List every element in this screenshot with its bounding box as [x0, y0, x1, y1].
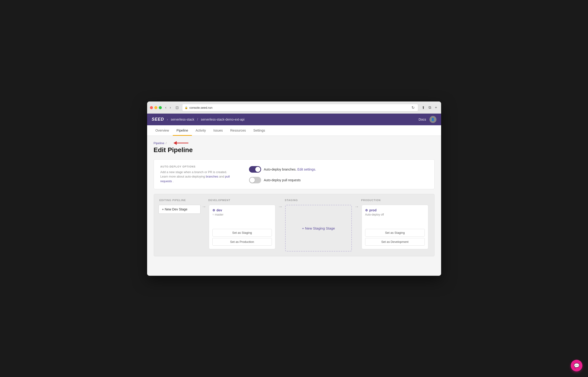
page-title: Edit Pipeline: [154, 146, 435, 154]
branches-link[interactable]: branches: [206, 175, 218, 178]
toggle-branches-switch[interactable]: [249, 166, 261, 173]
breadcrumb-separator-2: /: [197, 118, 198, 121]
prod-stage-name: ⚙ prod: [365, 208, 425, 212]
dev-stage-name: ⚙ dev: [212, 208, 272, 212]
dev-stage-name-text[interactable]: dev: [217, 208, 222, 212]
staging-column: STAGING + New Staging Stage: [284, 199, 353, 251]
toggle-pr-row: Auto-deploy pull requests: [249, 177, 316, 183]
tab-settings[interactable]: Settings: [249, 125, 269, 136]
and-text: and: [219, 175, 224, 178]
page-content: Pipeline / Edit Pipeline AUTO-DEPLOY OPT…: [147, 136, 441, 276]
close-traffic-light[interactable]: [150, 106, 153, 109]
back-button[interactable]: ‹: [164, 105, 168, 110]
pipeline-breadcrumb-link[interactable]: Pipeline: [154, 141, 164, 145]
toggle-branches-text: Auto-deploy branches.: [264, 167, 296, 171]
prod-gear-icon: ⚙: [365, 209, 368, 212]
auto-deploy-desc-1: Add a new stage when a branch or PR is c…: [160, 170, 227, 174]
duplicate-tab-button[interactable]: ⧉: [427, 105, 432, 110]
maximize-traffic-light[interactable]: [159, 106, 162, 109]
header-org-link[interactable]: serverless-stack: [171, 118, 194, 121]
minimize-traffic-light[interactable]: [154, 106, 157, 109]
dev-stage-branch: ⑂ master: [212, 213, 272, 216]
prod-stage-subtitle-text: Auto-deploy off: [365, 213, 384, 216]
browser-chrome: ‹ › ⊡ 🔒 console.seed.run ↻ ⬆ ⧉ +: [147, 102, 441, 114]
prod-stage-card: ⚙ prod Auto-deploy off Set as Staging Se…: [362, 205, 428, 249]
share-button[interactable]: ⬆: [421, 105, 426, 110]
arrow-editing-to-dev: →: [201, 199, 207, 251]
prod-set-as-staging-button[interactable]: Set as Staging: [365, 229, 425, 236]
auto-deploy-toggles: Auto-deploy branches. Edit settings. Aut…: [249, 165, 316, 183]
tab-issues[interactable]: Issues: [210, 125, 226, 136]
tab-activity[interactable]: Activity: [192, 125, 210, 136]
dev-branch-text: master: [215, 213, 224, 216]
url-text: console.seed.run: [189, 106, 212, 109]
period-text: .: [173, 179, 174, 183]
sidebar-toggle-button[interactable]: ⊡: [174, 105, 180, 110]
toggle-branches-knob: [255, 167, 260, 172]
prod-stage-name-text[interactable]: prod: [369, 208, 376, 212]
dev-stage-actions: Set as Staging Set as Production: [212, 229, 272, 246]
branch-icon: ⑂: [212, 213, 214, 216]
breadcrumb-separator-1: ›: [167, 118, 168, 121]
staging-dashed-area: + New Staging Stage: [285, 205, 352, 251]
edit-settings-link[interactable]: Edit settings.: [297, 167, 316, 171]
toggle-branches-row: Auto-deploy branches. Edit settings.: [249, 166, 316, 173]
address-bar[interactable]: 🔒 console.seed.run ↻: [182, 104, 418, 112]
auto-deploy-card: AUTO-DEPLOY OPTIONS Add a new stage when…: [154, 159, 435, 189]
production-header: PRODUCTION: [360, 199, 430, 201]
tab-overview[interactable]: Overview: [152, 125, 173, 136]
app-header: SEED › serverless-stack / serverless-sta…: [147, 114, 441, 125]
toggle-pr-label: Auto-deploy pull requests: [264, 178, 301, 182]
new-tab-button[interactable]: +: [434, 105, 438, 110]
forward-button[interactable]: ›: [169, 105, 172, 110]
header-right: Docs 👤: [419, 116, 436, 123]
browser-actions: ⬆ ⧉ +: [421, 105, 438, 110]
new-dev-stage-button[interactable]: + New Dev Stage: [158, 205, 201, 214]
auto-deploy-desc-2: Learn more about auto-deploying: [160, 175, 205, 178]
toggle-branches-label: Auto-deploy branches. Edit settings.: [264, 167, 316, 171]
auto-deploy-label: AUTO-DEPLOY OPTIONS: [160, 165, 235, 168]
seed-logo[interactable]: SEED: [152, 117, 164, 122]
dev-set-as-production-button[interactable]: Set as Production: [212, 238, 272, 246]
dev-gear-icon: ⚙: [212, 209, 215, 212]
staging-header: STAGING: [284, 199, 353, 201]
prod-stage-actions: Set as Staging Set as Development: [365, 229, 425, 246]
header-app-link[interactable]: serverless-stack-demo-ext-api: [201, 118, 245, 121]
toggle-pr-switch[interactable]: [249, 177, 261, 183]
production-column: PRODUCTION ⚙ prod Auto-deploy off Set as…: [360, 199, 430, 251]
user-avatar[interactable]: 👤: [430, 116, 436, 123]
prod-stage-subtitle: Auto-deploy off: [365, 213, 425, 216]
nav-buttons: ‹ ›: [164, 105, 172, 110]
auto-deploy-desc: Add a new stage when a branch or PR is c…: [160, 170, 235, 184]
development-header: DEVELOPMENT: [207, 199, 277, 201]
arrow-staging-to-prod: →: [353, 199, 360, 251]
prod-set-as-development-button[interactable]: Set as Development: [365, 238, 425, 246]
toggle-pr-knob: [250, 177, 255, 183]
development-column: DEVELOPMENT ⚙ dev ⑂ master Set as Stagin…: [207, 199, 277, 251]
breadcrumb: Pipeline /: [154, 141, 435, 145]
header-left: SEED › serverless-stack / serverless-sta…: [152, 117, 245, 122]
tab-pipeline[interactable]: Pipeline: [173, 125, 192, 136]
back-arrow-annotation: [170, 141, 188, 145]
breadcrumb-slash: /: [166, 141, 167, 145]
docs-link[interactable]: Docs: [419, 118, 426, 121]
lock-icon: 🔒: [185, 106, 188, 109]
traffic-lights: [150, 106, 162, 109]
arrow-dev-to-staging: →: [277, 199, 284, 251]
dev-stage-card: ⚙ dev ⑂ master Set as Staging Set as Pro…: [209, 205, 276, 249]
nav-tabs: Overview Pipeline Activity Issues Resour…: [147, 125, 441, 136]
new-staging-stage-button[interactable]: + New Staging Stage: [302, 226, 335, 230]
editing-pipeline-header: EDITING PIPELINE: [158, 199, 201, 201]
auto-deploy-section: AUTO-DEPLOY OPTIONS Add a new stage when…: [160, 165, 428, 184]
editing-pipeline-column: EDITING PIPELINE + New Dev Stage: [158, 199, 201, 251]
auto-deploy-description: AUTO-DEPLOY OPTIONS Add a new stage when…: [160, 165, 235, 184]
pipeline-container: EDITING PIPELINE + New Dev Stage → DEVEL…: [154, 194, 435, 256]
back-arrow-icon: [170, 141, 188, 145]
tab-resources[interactable]: Resources: [227, 125, 250, 136]
dev-set-as-staging-button[interactable]: Set as Staging: [212, 229, 272, 236]
reload-button[interactable]: ↻: [410, 105, 416, 110]
